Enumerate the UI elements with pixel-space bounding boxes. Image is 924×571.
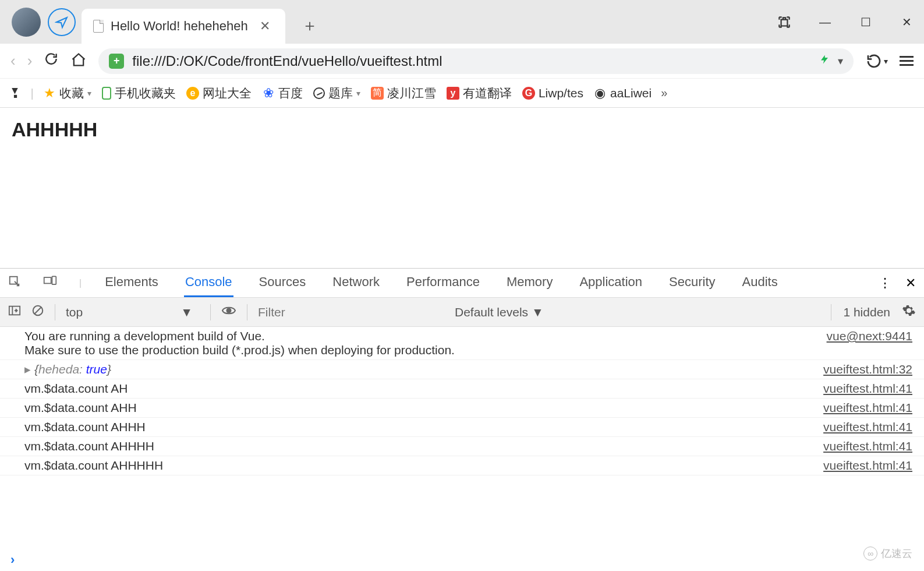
separator	[247, 304, 247, 320]
bolt-icon[interactable]	[819, 53, 830, 69]
baidu-icon: ❀	[262, 87, 275, 100]
filter-input[interactable]	[258, 305, 444, 319]
console-message: You are running a development build of V…	[24, 329, 455, 357]
bookmark-item-6[interactable]: y有道翻译	[447, 85, 512, 101]
url-bar[interactable]: + file:///D:/OK/Code/frontEnd/vueHello/v…	[98, 48, 854, 74]
devtools-tab-network[interactable]: Network	[331, 269, 381, 297]
separator	[210, 304, 211, 320]
console-prompt[interactable]: ›	[0, 549, 924, 571]
console-row: ▸{heheda: true}vueiftest.html:32	[0, 360, 924, 379]
sidebar-toggle-icon[interactable]: ▸▪	[9, 87, 23, 98]
extension-icon[interactable]	[773, 10, 796, 34]
bookmark-label: 收藏	[59, 85, 84, 101]
minimize-button[interactable]: —	[813, 10, 837, 34]
console-message: vm.$data.count AHHHHH	[24, 459, 163, 473]
yd-icon: y	[447, 87, 459, 100]
browser-tab[interactable]: Hello World! heheheheh ✕	[82, 9, 285, 44]
bookmark-label: 有道翻译	[463, 85, 512, 101]
console-source-link[interactable]: vueiftest.html:41	[823, 420, 912, 434]
window-controls: — ☐ ✕	[773, 10, 918, 34]
url-dropdown-icon[interactable]: ▾	[838, 55, 843, 68]
navigator-icon[interactable]	[48, 8, 76, 36]
shield-icon: +	[109, 54, 124, 69]
back-button[interactable]: ‹	[10, 52, 16, 70]
console-message: vm.$data.count AHH	[24, 401, 137, 415]
bookmark-item-0[interactable]: ★收藏 ▾	[43, 85, 91, 101]
console-source-link[interactable]: vue@next:9441	[827, 329, 912, 343]
context-selector[interactable]: top ▼	[66, 305, 200, 319]
svg-point-5	[227, 309, 231, 313]
bookmark-label: 题库	[328, 85, 353, 101]
console-row: You are running a development build of V…	[0, 327, 924, 360]
console-source-link[interactable]: vueiftest.html:41	[823, 439, 912, 453]
svg-rect-2	[52, 276, 56, 284]
console-row: vm.$data.count AHHvueiftest.html:41	[0, 399, 924, 418]
console-sidebar-toggle-icon[interactable]	[8, 305, 21, 319]
bookmark-item-5[interactable]: 简凌川江雪	[371, 85, 436, 101]
devtools-more-icon[interactable]: ⋮	[879, 276, 891, 291]
more-bookmarks-button[interactable]: »	[661, 86, 667, 100]
bookmark-item-2[interactable]: e网址大全	[186, 85, 252, 101]
phone-icon	[102, 87, 111, 100]
star-icon: ★	[43, 87, 56, 100]
devtools-tab-application[interactable]: Application	[578, 269, 643, 297]
reload-button[interactable]	[44, 51, 59, 71]
tab-close-button[interactable]: ✕	[260, 19, 270, 34]
context-label: top	[66, 305, 83, 319]
console-message: vm.$data.count AH	[24, 382, 128, 396]
url-text: file:///D:/OK/Code/frontEnd/vueHello/vue…	[132, 53, 442, 69]
bookmark-item-3[interactable]: ❀百度	[262, 85, 303, 101]
console-source-link[interactable]: vueiftest.html:41	[823, 401, 912, 415]
forward-button[interactable]: ›	[27, 52, 33, 70]
console-row: vm.$data.count AHHHHHvueiftest.html:41	[0, 456, 924, 475]
devtools-tab-memory[interactable]: Memory	[505, 269, 554, 297]
hidden-count[interactable]: 1 hidden	[843, 305, 890, 319]
bookmark-item-1[interactable]: 手机收藏夹	[102, 85, 176, 101]
separator: |	[30, 86, 33, 100]
gh-icon: ◉	[594, 87, 607, 100]
device-toggle-icon[interactable]	[43, 275, 57, 291]
console-source-link[interactable]: vueiftest.html:32	[823, 362, 912, 376]
tab-title: Hello World! heheheheh	[111, 19, 248, 34]
tiku-icon	[313, 87, 325, 99]
console-row: vm.$data.count AHHHvueiftest.html:41	[0, 418, 924, 437]
maximize-button[interactable]: ☐	[854, 10, 877, 34]
bookmark-item-7[interactable]: GLiwp/tes	[522, 86, 583, 100]
gear-icon[interactable]	[902, 304, 916, 320]
undo-button[interactable]: ▾	[865, 52, 888, 70]
new-tab-button[interactable]: ＋	[302, 15, 318, 37]
inspect-icon[interactable]	[8, 275, 21, 291]
console-source-link[interactable]: vueiftest.html:41	[823, 459, 912, 473]
menu-button[interactable]	[900, 54, 914, 68]
devtools-tab-console[interactable]: Console	[184, 269, 233, 297]
clear-console-button[interactable]	[31, 304, 44, 320]
page-content: AHHHHH	[0, 108, 924, 268]
devtools-close-button[interactable]: ✕	[905, 276, 916, 291]
close-window-button[interactable]: ✕	[895, 10, 918, 34]
chevron-down-icon: ▼	[180, 305, 193, 319]
360-icon: e	[186, 87, 199, 100]
bookmark-item-8[interactable]: ◉aaLiwei	[594, 86, 652, 100]
console-toolbar: top ▼ Default levels ▼ 1 hidden	[0, 298, 924, 327]
console-source-link[interactable]: vueiftest.html:41	[823, 382, 912, 396]
titlebar: Hello World! heheheheh ✕ ＋ — ☐ ✕	[0, 0, 924, 44]
log-levels-selector[interactable]: Default levels ▼	[455, 305, 544, 319]
devtools-tab-security[interactable]: Security	[668, 269, 716, 297]
bookmark-item-4[interactable]: 题库 ▾	[313, 85, 360, 101]
g-icon: G	[522, 87, 535, 100]
avatar[interactable]	[12, 8, 41, 37]
devtools-tab-performance[interactable]: Performance	[405, 269, 481, 297]
console-row: vm.$data.count AHvueiftest.html:41	[0, 379, 924, 399]
svg-rect-1	[44, 277, 51, 283]
file-icon	[93, 20, 104, 33]
bookmark-label: 凌川江雪	[387, 85, 436, 101]
eye-icon[interactable]	[221, 305, 236, 319]
console-output: You are running a development build of V…	[0, 327, 924, 549]
devtools-tab-audits[interactable]: Audits	[741, 269, 779, 297]
home-button[interactable]	[70, 52, 87, 71]
devtools-tab-elements[interactable]: Elements	[104, 269, 160, 297]
console-message: vm.$data.count AHHHH	[24, 439, 154, 453]
devtools-tab-sources[interactable]: Sources	[258, 269, 307, 297]
separator	[831, 304, 831, 320]
jian-icon: 简	[371, 87, 384, 100]
